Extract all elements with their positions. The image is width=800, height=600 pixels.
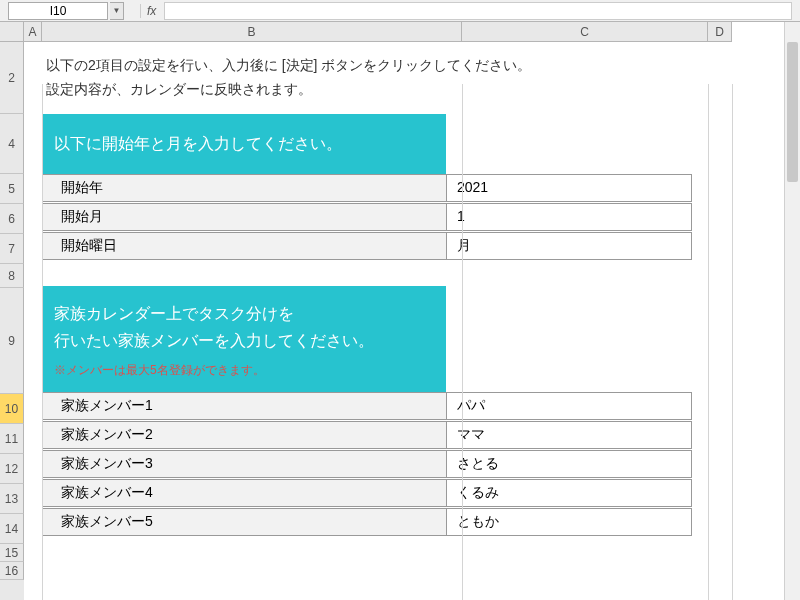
row-header-16[interactable]: 16	[0, 562, 24, 580]
row-header-2[interactable]: 2	[0, 42, 24, 114]
label-member-5: 家族メンバー5	[42, 508, 446, 536]
label-member-2: 家族メンバー2	[42, 421, 446, 449]
row-header-10[interactable]: 10	[0, 394, 24, 424]
setting-row-start-year: 開始年 2021	[42, 174, 800, 202]
select-all-corner[interactable]	[0, 22, 24, 42]
label-start-day: 開始曜日	[42, 232, 446, 260]
section2-title-l2: 行いたい家族メンバーを入力してください。	[54, 327, 434, 354]
col-header-c[interactable]: C	[462, 22, 708, 42]
setting-row-start-month: 開始月 1	[42, 203, 800, 231]
section2-title-l1: 家族カレンダー上でタスク分けを	[54, 300, 434, 327]
row-header-12[interactable]: 12	[0, 454, 24, 484]
value-member-3[interactable]: さとる	[446, 450, 692, 478]
row-header-4[interactable]: 4	[0, 114, 24, 174]
value-member-4[interactable]: くるみ	[446, 479, 692, 507]
row-header-13[interactable]: 13	[0, 484, 24, 514]
value-member-1[interactable]: パパ	[446, 392, 692, 420]
col-header-a[interactable]: A	[24, 22, 42, 42]
label-member-3: 家族メンバー3	[42, 450, 446, 478]
section2-note: ※メンバーは最大5名登録ができます。	[54, 360, 434, 380]
formula-bar: I10 ▼ fx	[0, 0, 800, 22]
row-header-8[interactable]: 8	[0, 264, 24, 288]
member-row-5: 家族メンバー5 ともか	[42, 508, 800, 536]
formula-input[interactable]	[164, 2, 792, 20]
section1-header: 以下に開始年と月を入力してください。	[42, 114, 446, 174]
label-start-year: 開始年	[42, 174, 446, 202]
instruction-line-2: 設定内容が、カレンダーに反映されます。	[46, 78, 531, 102]
row-header-6[interactable]: 6	[0, 204, 24, 234]
scrollbar-thumb[interactable]	[787, 42, 798, 182]
label-member-4: 家族メンバー4	[42, 479, 446, 507]
setting-row-start-day: 開始曜日 月	[42, 232, 800, 260]
worksheet[interactable]: 以下の2項目の設定を行い、入力後に [決定] ボタンをクリックしてください。 設…	[24, 42, 800, 600]
member-row-4: 家族メンバー4 くるみ	[42, 479, 800, 507]
member-row-2: 家族メンバー2 ママ	[42, 421, 800, 449]
col-header-d[interactable]: D	[708, 22, 732, 42]
section2-header: 家族カレンダー上でタスク分けを 行いたい家族メンバーを入力してください。 ※メン…	[42, 286, 446, 392]
col-header-b[interactable]: B	[42, 22, 462, 42]
row-header-5[interactable]: 5	[0, 174, 24, 204]
vertical-scrollbar[interactable]	[784, 22, 800, 600]
value-member-2[interactable]: ママ	[446, 421, 692, 449]
member-row-3: 家族メンバー3 さとる	[42, 450, 800, 478]
name-box[interactable]: I10	[8, 2, 108, 20]
value-member-5[interactable]: ともか	[446, 508, 692, 536]
value-start-year[interactable]: 2021	[446, 174, 692, 202]
fx-label[interactable]: fx	[140, 4, 162, 18]
label-start-month: 開始月	[42, 203, 446, 231]
member-row-1: 家族メンバー1 パパ	[42, 392, 800, 420]
name-box-dropdown[interactable]: ▼	[110, 2, 124, 20]
row-header-15[interactable]: 15	[0, 544, 24, 562]
row-header-11[interactable]: 11	[0, 424, 24, 454]
section1-title: 以下に開始年と月を入力してください。	[54, 130, 342, 157]
instruction-line-1: 以下の2項目の設定を行い、入力後に [決定] ボタンをクリックしてください。	[46, 54, 531, 78]
value-start-month[interactable]: 1	[446, 203, 692, 231]
label-member-1: 家族メンバー1	[42, 392, 446, 420]
instructions: 以下の2項目の設定を行い、入力後に [決定] ボタンをクリックしてください。 設…	[24, 54, 553, 102]
row-header-7[interactable]: 7	[0, 234, 24, 264]
value-start-day[interactable]: 月	[446, 232, 692, 260]
row-header-14[interactable]: 14	[0, 514, 24, 544]
row-header-9[interactable]: 9	[0, 288, 24, 394]
row-headers: 2 4 5 6 7 8 9 10 11 12 13 14 15 16	[0, 42, 24, 600]
